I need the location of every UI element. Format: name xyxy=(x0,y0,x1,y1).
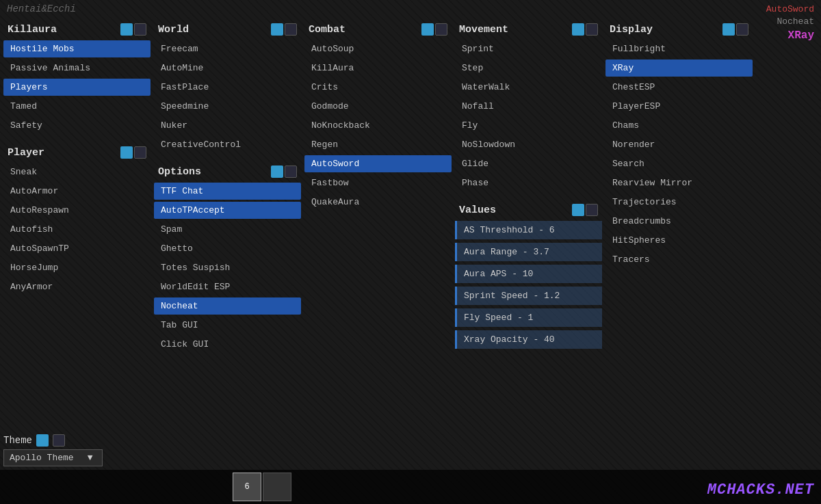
movement-item-noslowdown[interactable]: NoSlowdown xyxy=(455,136,602,153)
player-item-autospawntp[interactable]: AutoSpawnTP xyxy=(3,240,151,257)
values-toggle-off[interactable] xyxy=(586,204,598,216)
options-toggle-off[interactable] xyxy=(285,165,297,178)
killaura-toggle-on[interactable] xyxy=(120,23,133,36)
display-item-breadcrumbs[interactable]: Breadcrumbs xyxy=(605,213,753,230)
display-item-tracers[interactable]: Tracers xyxy=(605,251,753,268)
combat-toggle-on[interactable] xyxy=(421,23,434,36)
options-toggle-on[interactable] xyxy=(271,165,283,178)
theme-chevron-icon: ▼ xyxy=(88,453,93,463)
movement-item-fly[interactable]: Fly xyxy=(455,117,602,134)
player-item-horsejump[interactable]: HorseJump xyxy=(3,259,151,276)
options-item-tabgui[interactable]: Tab GUI xyxy=(154,317,301,334)
player-toggle-off[interactable] xyxy=(134,146,146,159)
killaura-toggle-off[interactable] xyxy=(134,23,146,36)
movement-toggle-on[interactable] xyxy=(572,23,584,36)
combat-item-killaura[interactable]: KillAura xyxy=(304,59,452,77)
options-item-nocheat[interactable]: Nocheat xyxy=(154,297,301,315)
display-item-xray[interactable]: XRay xyxy=(605,59,753,77)
options-item-totessuspish[interactable]: Totes Suspish xyxy=(154,259,301,276)
display-header: Display xyxy=(605,21,753,38)
options-item-ghetto[interactable]: Ghetto xyxy=(154,240,301,257)
combat-toggle-off[interactable] xyxy=(435,23,447,36)
combat-item-fastbow[interactable]: Fastbow xyxy=(304,174,452,191)
slot-1[interactable]: 6 xyxy=(233,473,261,501)
movement-item-waterwalk[interactable]: WaterWalk xyxy=(455,79,602,96)
world-item-nuker[interactable]: Nuker xyxy=(154,117,301,134)
world-item-speedmine[interactable]: Speedmine xyxy=(154,98,301,115)
world-header: World xyxy=(154,21,301,38)
values-item-flyspeed[interactable]: Fly Speed - 1 xyxy=(455,308,602,327)
combat-item-autosoup[interactable]: AutoSoup xyxy=(304,40,452,57)
world-item-fastplace[interactable]: FastPlace xyxy=(154,79,301,96)
player-item-sneak[interactable]: Sneak xyxy=(3,163,151,181)
world-item-creativecontrol[interactable]: CreativeControl xyxy=(154,136,301,153)
display-item-hitspheres[interactable]: HitSpheres xyxy=(605,232,753,249)
values-item-auraaps[interactable]: Aura APS - 10 xyxy=(455,265,602,283)
killaura-item-hostile-mobs[interactable]: Hostile Mobs xyxy=(3,40,151,57)
slot-2[interactable] xyxy=(263,473,291,501)
combat-item-regen[interactable]: Regen xyxy=(304,136,452,153)
display-toggle-on[interactable] xyxy=(722,23,735,36)
theme-dropdown[interactable]: Apollo Theme ▼ xyxy=(3,449,103,466)
world-title: World xyxy=(158,24,189,36)
killaura-toggles xyxy=(120,23,146,36)
movement-item-step[interactable]: Step xyxy=(455,59,602,77)
mchacks-logo: MCHACKS.NET xyxy=(707,481,814,499)
display-item-norender[interactable]: Norender xyxy=(605,136,753,153)
options-item-clickgui[interactable]: Click GUI xyxy=(154,336,301,353)
col-world: World Freecam AutoMine FastPlace Speedmi… xyxy=(154,21,301,466)
killaura-item-passive-animals[interactable]: Passive Animals xyxy=(3,59,151,77)
killaura-item-safety[interactable]: Safety xyxy=(3,117,151,134)
options-item-spam[interactable]: Spam xyxy=(154,221,301,238)
killaura-item-players[interactable]: Players xyxy=(3,79,151,96)
values-toggle-on[interactable] xyxy=(572,204,584,216)
values-item-aurarange[interactable]: Aura Range - 3.7 xyxy=(455,243,602,261)
combat-item-godmode[interactable]: Godmode xyxy=(304,98,452,115)
display-toggles xyxy=(722,23,748,36)
combat-item-autosword[interactable]: AutoSword xyxy=(304,155,452,172)
display-title: Display xyxy=(610,24,653,36)
player-title: Player xyxy=(8,147,44,159)
movement-item-phase[interactable]: Phase xyxy=(455,174,602,191)
display-item-fullbright[interactable]: Fullbright xyxy=(605,40,753,57)
player-item-autorespawn[interactable]: AutoRespawn xyxy=(3,202,151,219)
display-item-playeresp[interactable]: PlayerESP xyxy=(605,98,753,115)
values-item-xrayopacity[interactable]: Xray Opacity - 40 xyxy=(455,330,602,349)
theme-toggle-off[interactable] xyxy=(53,434,65,447)
theme-toggle-on[interactable] xyxy=(36,434,49,447)
world-toggle-off[interactable] xyxy=(285,23,297,36)
options-item-worldeditesp[interactable]: WorldEdit ESP xyxy=(154,278,301,295)
player-header: Player xyxy=(3,144,151,161)
display-item-chestesp[interactable]: ChestESP xyxy=(605,79,753,96)
options-title: Options xyxy=(158,166,201,178)
options-item-autotpaccept[interactable]: AutoTPAccept xyxy=(154,202,301,219)
options-item-ttfchat[interactable]: TTF Chat xyxy=(154,183,301,200)
movement-toggles xyxy=(572,23,598,36)
col-display: Display Fullbright XRay ChestESP PlayerE… xyxy=(605,21,753,466)
display-item-chams[interactable]: Chams xyxy=(605,117,753,134)
world-item-automine[interactable]: AutoMine xyxy=(154,59,301,77)
world-item-freecam[interactable]: Freecam xyxy=(154,40,301,57)
player-toggle-on[interactable] xyxy=(120,146,133,159)
combat-item-crits[interactable]: Crits xyxy=(304,79,452,96)
display-item-rearviewmirror[interactable]: Rearview Mirror xyxy=(605,174,753,191)
values-item-sprintspeed[interactable]: Sprint Speed - 1.2 xyxy=(455,287,602,305)
player-item-anyarmor[interactable]: AnyArmor xyxy=(3,278,151,295)
movement-item-sprint[interactable]: Sprint xyxy=(455,40,602,57)
movement-item-glide[interactable]: Glide xyxy=(455,155,602,172)
movement-header: Movement xyxy=(455,21,602,38)
combat-item-noknockback[interactable]: NoKnockback xyxy=(304,117,452,134)
player-item-autoarmor[interactable]: AutoArmor xyxy=(3,183,151,200)
display-item-search[interactable]: Search xyxy=(605,155,753,172)
movement-toggle-off[interactable] xyxy=(586,23,598,36)
combat-item-quakeaura[interactable]: QuakeAura xyxy=(304,194,452,211)
player-item-autofish[interactable]: Autofish xyxy=(3,221,151,238)
display-toggle-off[interactable] xyxy=(736,23,748,36)
killaura-item-tamed[interactable]: Tamed xyxy=(3,98,151,115)
display-item-trajectories[interactable]: Trajectories xyxy=(605,194,753,211)
theme-header: Theme xyxy=(3,434,151,447)
values-item-asthreshhold[interactable]: AS Threshhold - 6 xyxy=(455,221,602,239)
world-toggle-on[interactable] xyxy=(271,23,283,36)
movement-item-nofall[interactable]: Nofall xyxy=(455,98,602,115)
values-toggles xyxy=(572,204,598,216)
